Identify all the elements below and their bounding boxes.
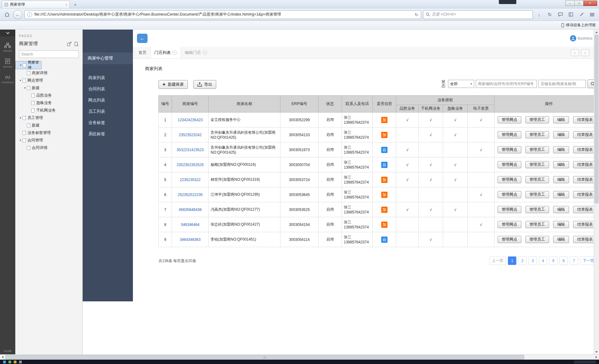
- maximize-button[interactable]: □: [574, 1, 584, 6]
- browser-tab[interactable]: 商家管理 ×: [2, 1, 70, 8]
- new-tab-button[interactable]: +: [71, 2, 79, 8]
- sidebar-item-商家列表[interactable]: 商家列表: [83, 72, 133, 84]
- tree-caret-icon[interactable]: ▾: [18, 116, 22, 119]
- export-button[interactable]: 导出: [193, 80, 216, 89]
- rail-close-button[interactable]: CLOSE: [4, 350, 12, 352]
- tree-item-业务标签管理[interactable]: 业务标签管理: [15, 129, 82, 136]
- merchant-keyword-input[interactable]: [476, 80, 537, 88]
- manage-outlets-button[interactable]: 管理网点: [498, 206, 521, 213]
- tree-item-新建[interactable]: 新建: [15, 122, 82, 129]
- manage-outlets-button[interactable]: 管理网点: [498, 236, 521, 243]
- merchant-code-link[interactable]: 3532231423523: [172, 142, 209, 157]
- manage-staff-button[interactable]: 管理员工: [525, 116, 549, 123]
- edit-button[interactable]: 编辑: [553, 221, 569, 228]
- manage-staff-button[interactable]: 管理员工: [525, 131, 549, 138]
- horizontal-scroll-thumb[interactable]: [5, 355, 524, 359]
- merchant-code-link[interactable]: 3464346363: [172, 232, 209, 247]
- scroll-up-icon[interactable]: [594, 30, 599, 35]
- minimize-button[interactable]: –: [565, 1, 575, 6]
- edit-button[interactable]: 编辑: [553, 191, 569, 198]
- page-button-4[interactable]: 4: [539, 256, 547, 265]
- page-info-icon[interactable]: i: [27, 12, 32, 17]
- manage-outlets-button[interactable]: 管理网点: [498, 191, 521, 198]
- user-badge[interactable]: business: [570, 35, 592, 41]
- settlement-report-button[interactable]: 结算报表: [573, 116, 594, 123]
- tree-item-急唤业务[interactable]: 急唤业务: [15, 99, 82, 107]
- rail-item-pages[interactable]: PAGES: [3, 43, 12, 52]
- manage-outlets-button[interactable]: 管理网点: [498, 131, 521, 138]
- settlement-report-button[interactable]: 结算报表: [573, 191, 594, 198]
- rail-item-console[interactable]: (x) CONSOLE: [1, 74, 14, 84]
- tree-item-网点管理[interactable]: ▾网点管理: [15, 77, 82, 84]
- tree-caret-icon[interactable]: ▾: [23, 86, 27, 89]
- new-page-icon[interactable]: [75, 42, 79, 46]
- next-page-button[interactable]: 下一页: [580, 256, 594, 265]
- settlement-report-button[interactable]: 结算报表: [573, 176, 594, 183]
- tree-item-新建[interactable]: ▾新建: [15, 84, 82, 92]
- sidebar-item-合同列表[interactable]: 合同列表: [83, 84, 133, 95]
- tree-item-商家详情[interactable]: 商家详情: [15, 69, 82, 77]
- tree-caret-icon[interactable]: ▾: [18, 139, 22, 142]
- tab-scroll-left-button[interactable]: ‹: [571, 49, 579, 56]
- page-button-3[interactable]: 3: [528, 256, 537, 265]
- tab-首页[interactable]: 首页: [135, 47, 150, 58]
- sidebar-item-系统标签[interactable]: 系统标签: [83, 128, 133, 140]
- edit-button[interactable]: 编辑: [553, 236, 569, 243]
- manage-staff-button[interactable]: 管理员工: [525, 191, 549, 198]
- tab-scroll-right-button[interactable]: ›: [581, 49, 589, 56]
- edit-button[interactable]: 编辑: [553, 161, 569, 168]
- url-bar[interactable]: i file:///C:/Users/Administrator/Desktop…: [24, 10, 421, 19]
- tab-门店列表[interactable]: 门店列表×: [150, 47, 181, 58]
- menu-icon[interactable]: [588, 10, 597, 19]
- prev-page-button[interactable]: 上一页: [489, 256, 506, 265]
- sidebar-item-网点列表[interactable]: 网点列表: [83, 95, 133, 106]
- manage-staff-button[interactable]: 管理员工: [525, 146, 549, 153]
- page-button-6[interactable]: 6: [559, 256, 568, 265]
- page-button-7[interactable]: 7: [570, 256, 578, 265]
- manage-staff-button[interactable]: 管理员工: [525, 221, 549, 228]
- sidebar-item-业务标签[interactable]: 业务标签: [83, 117, 133, 128]
- panels-icon[interactable]: [567, 10, 575, 19]
- manage-outlets-button[interactable]: 管理网点: [498, 221, 521, 228]
- edit-button[interactable]: 编辑: [553, 131, 569, 138]
- rail-item-notes[interactable]: NOTES: [3, 59, 12, 68]
- tree-item-商家管理[interactable]: ▾商家管理: [15, 61, 41, 69]
- tree-item-品胜业务[interactable]: 品胜业务: [15, 92, 82, 99]
- settlement-report-button[interactable]: 结算报表: [573, 221, 594, 228]
- manage-staff-button[interactable]: 管理员工: [525, 176, 549, 183]
- new-merchant-button[interactable]: + 新建商家: [158, 80, 188, 89]
- edit-button[interactable]: 编辑: [553, 206, 569, 213]
- pages-search-input[interactable]: [19, 50, 79, 58]
- merchant-code-link[interactable]: 2235235322: [172, 172, 209, 187]
- scroll-left-icon[interactable]: [0, 355, 5, 360]
- shop-name-input[interactable]: [538, 80, 586, 88]
- settlement-report-button[interactable]: 结算报表: [573, 131, 594, 138]
- page-button-1[interactable]: 1: [508, 256, 516, 265]
- manage-staff-button[interactable]: 管理员工: [525, 236, 549, 243]
- sidebar-item-员工列表[interactable]: 员工列表: [83, 106, 133, 117]
- merchant-code-link[interactable]: 346346464: [172, 217, 209, 232]
- vertical-scrollbar[interactable]: [594, 30, 599, 354]
- manage-outlets-button[interactable]: 管理网点: [498, 176, 521, 183]
- edit-button[interactable]: 编辑: [553, 146, 569, 153]
- merchant-code-link[interactable]: 123424235423: [172, 113, 209, 127]
- manage-outlets-button[interactable]: 管理网点: [498, 161, 521, 168]
- vertical-scroll-thumb[interactable]: [595, 35, 598, 203]
- merchant-code-link[interactable]: 252352522235: [172, 187, 209, 202]
- page-button-5[interactable]: 5: [549, 256, 558, 265]
- edit-button[interactable]: 编辑: [553, 116, 569, 123]
- home-icon[interactable]: [2, 10, 11, 19]
- downloads-icon[interactable]: ↓: [535, 10, 543, 19]
- tab-编辑门店[interactable]: 编辑门店×: [181, 47, 211, 58]
- share-page-icon[interactable]: [67, 42, 72, 46]
- sync-icon[interactable]: ↻: [545, 10, 554, 19]
- manage-outlets-button[interactable]: 管理网点: [498, 146, 521, 153]
- collapse-panel-button[interactable]: [0, 30, 15, 36]
- table-search-button[interactable]: [587, 79, 594, 88]
- tree-caret-icon[interactable]: ▾: [18, 79, 22, 82]
- tab-close-icon[interactable]: ×: [203, 50, 207, 55]
- tree-caret-icon[interactable]: ▾: [19, 64, 23, 67]
- edit-button[interactable]: 编辑: [553, 176, 569, 183]
- settlement-report-button[interactable]: 结算报表: [573, 206, 594, 213]
- reload-icon[interactable]: ↻: [415, 12, 418, 17]
